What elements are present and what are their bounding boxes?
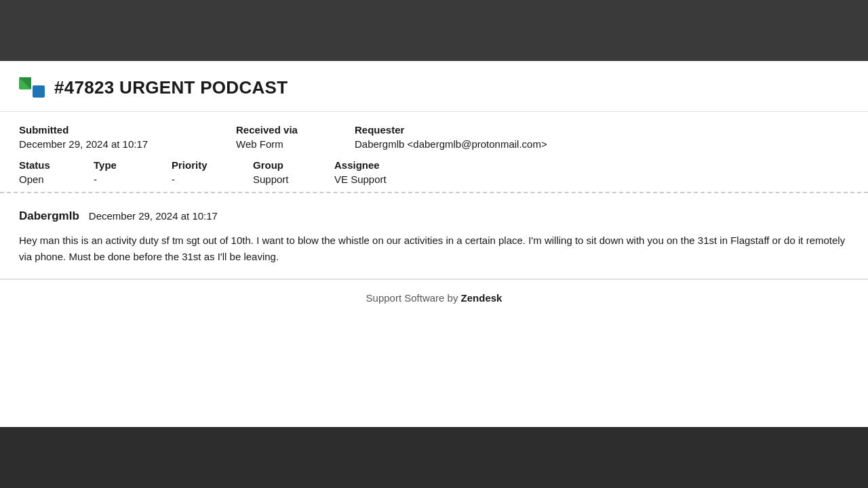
- message-author-line: Dabergmlb December 29, 2024 at 10:17: [19, 209, 849, 223]
- group-value: Support: [253, 174, 334, 185]
- message-timestamp: December 29, 2024 at 10:17: [89, 210, 218, 222]
- type-label: Type: [94, 159, 172, 171]
- priority-label: Priority: [172, 159, 253, 171]
- type-col: Type -: [94, 159, 172, 185]
- received-label: Received via: [236, 124, 355, 136]
- assignee-label: Assignee: [334, 159, 849, 171]
- footer-text: Support Software by: [366, 292, 461, 304]
- meta-row-submitted: Submitted December 29, 2024 at 10:17 Rec…: [19, 124, 849, 150]
- requester-value: Dabergmlb <dabergmlb@protonmail.com>: [355, 138, 849, 150]
- requester-label: Requester: [355, 124, 849, 136]
- assignee-value: VE Support: [334, 174, 849, 185]
- footer-brand: Zendesk: [461, 292, 502, 304]
- submitted-value: December 29, 2024 at 10:17: [19, 138, 236, 150]
- submitted-col: Submitted December 29, 2024 at 10:17: [19, 124, 236, 150]
- type-value: -: [94, 174, 172, 185]
- footer: Support Software by Zendesk: [0, 279, 868, 316]
- status-label: Status: [19, 159, 94, 171]
- zendesk-logo-icon: [19, 75, 45, 100]
- svg-rect-1: [33, 85, 45, 98]
- ticket-title: #47823 URGENT PODCAST: [54, 77, 288, 98]
- received-col: Received via Web Form: [236, 124, 355, 150]
- message-author: Dabergmlb: [19, 209, 79, 223]
- status-col: Status Open: [19, 159, 94, 185]
- meta-row-status: Status Open Type - Priority - Group Supp…: [19, 159, 849, 185]
- group-label: Group: [253, 159, 334, 171]
- status-value: Open: [19, 174, 94, 185]
- ticket-meta-section: Submitted December 29, 2024 at 10:17 Rec…: [0, 112, 868, 193]
- assignee-col: Assignee VE Support: [334, 159, 849, 185]
- ticket-message-section: Dabergmlb December 29, 2024 at 10:17 Hey…: [0, 193, 868, 279]
- received-value: Web Form: [236, 138, 355, 150]
- main-content: #47823 URGENT PODCAST Submitted December…: [0, 61, 868, 427]
- top-bar: [0, 0, 868, 61]
- submitted-label: Submitted: [19, 124, 236, 136]
- priority-value: -: [172, 174, 253, 185]
- message-body: Hey man this is an activity duty sf tm s…: [19, 232, 849, 265]
- group-col: Group Support: [253, 159, 334, 185]
- bottom-bar: [0, 427, 868, 488]
- requester-col: Requester Dabergmlb <dabergmlb@protonmai…: [355, 124, 849, 150]
- ticket-header: #47823 URGENT PODCAST: [0, 61, 868, 112]
- priority-col: Priority -: [172, 159, 253, 185]
